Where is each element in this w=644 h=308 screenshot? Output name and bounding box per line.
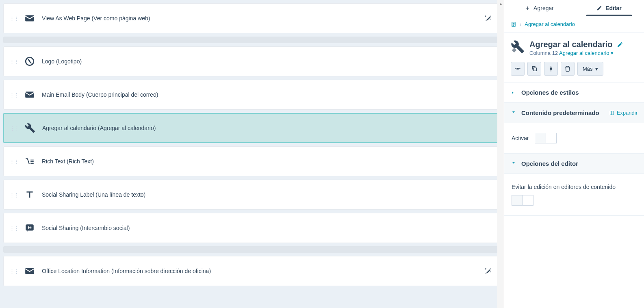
breadcrumb-current[interactable]: Agregar al calendario bbox=[525, 21, 575, 27]
envelope-icon bbox=[23, 12, 36, 25]
magic-wand-off-icon[interactable] bbox=[484, 267, 493, 275]
hash-bubble-icon bbox=[23, 221, 36, 234]
activate-label: Activar bbox=[512, 135, 529, 141]
logo-icon bbox=[23, 55, 36, 68]
section-default-content[interactable]: Contenido predeterminado Expandir bbox=[504, 103, 644, 123]
column-prefix: Columna 12 bbox=[529, 50, 558, 56]
tools-icon bbox=[24, 121, 37, 134]
section-divider bbox=[3, 37, 501, 43]
module-list: View As Web Page (Ver como página web)Lo… bbox=[0, 0, 504, 308]
tab-add-label: Agregar bbox=[533, 5, 554, 11]
module-label: Main Email Body (Cuerpo principal del co… bbox=[42, 91, 158, 98]
module-row[interactable]: Office Location Information (Información… bbox=[3, 256, 501, 286]
section-default-content-label: Contenido predeterminado bbox=[521, 109, 609, 116]
svg-rect-15 bbox=[610, 111, 614, 115]
module-label: Social Sharing (Intercambio social) bbox=[42, 225, 130, 231]
svg-rect-14 bbox=[551, 70, 551, 72]
expand-icon bbox=[609, 111, 614, 115]
module-row[interactable]: Social Sharing (Intercambio social) bbox=[3, 213, 501, 243]
more-button[interactable]: Más ▾ bbox=[577, 62, 603, 76]
svg-rect-13 bbox=[551, 66, 551, 67]
module-row[interactable]: View As Web Page (Ver como página web) bbox=[3, 3, 501, 33]
module-row[interactable]: Social Sharing Label (Una línea de texto… bbox=[3, 180, 501, 210]
scroll-up-arrow[interactable]: ▴ bbox=[497, 0, 504, 7]
tab-add[interactable]: Agregar bbox=[504, 0, 574, 16]
side-panel: Agregar Editar › Agregar al calendario A… bbox=[504, 0, 644, 308]
section-styles[interactable]: Opciones de estilos bbox=[504, 82, 644, 103]
svg-rect-9 bbox=[515, 68, 516, 69]
svg-line-1 bbox=[486, 15, 491, 21]
plus-icon bbox=[525, 5, 530, 11]
svg-rect-11 bbox=[533, 68, 536, 71]
section-editor-options[interactable]: Opciones del editor bbox=[504, 154, 644, 174]
drag-handle-icon[interactable] bbox=[9, 92, 18, 98]
prevent-edit-toggle[interactable] bbox=[512, 195, 533, 206]
svg-rect-4 bbox=[26, 224, 34, 230]
drag-handle-icon[interactable] bbox=[9, 192, 18, 198]
edit-title-icon[interactable] bbox=[617, 41, 623, 48]
prevent-edit-label: Evitar la edición en editores de conteni… bbox=[512, 184, 637, 190]
action-bar: Más ▾ bbox=[511, 62, 637, 76]
svg-rect-12 bbox=[550, 67, 552, 69]
delete-button[interactable] bbox=[561, 62, 575, 76]
envelope-icon bbox=[23, 265, 36, 278]
document-icon bbox=[511, 22, 516, 27]
richtext-icon bbox=[23, 155, 36, 168]
caret-down-icon: ▾ bbox=[595, 66, 598, 72]
section-editor-options-label: Opciones del editor bbox=[521, 160, 637, 167]
section-editor-options-body: Evitar la edición en editores de conteni… bbox=[504, 174, 644, 216]
section-default-content-body: Activar bbox=[504, 123, 644, 154]
chevron-down-icon bbox=[512, 161, 516, 167]
more-label: Más bbox=[583, 66, 593, 72]
envelope-icon bbox=[23, 88, 36, 101]
breadcrumb: › Agregar al calendario bbox=[504, 16, 644, 33]
section-styles-label: Opciones de estilos bbox=[521, 89, 637, 96]
header-link[interactable]: Agregar al calendario ▾ bbox=[559, 50, 614, 56]
scrollbar[interactable]: ▴ bbox=[497, 0, 504, 308]
align-vertical-button[interactable] bbox=[544, 62, 558, 76]
chevron-right-icon bbox=[511, 91, 516, 95]
tabs: Agregar Editar bbox=[504, 0, 644, 16]
module-row[interactable]: Agregar al calendario (Agregar al calend… bbox=[3, 113, 501, 143]
drag-handle-icon[interactable] bbox=[9, 158, 18, 165]
module-label: View As Web Page (Ver como página web) bbox=[42, 15, 150, 22]
breadcrumb-separator: › bbox=[520, 21, 521, 27]
activate-toggle[interactable] bbox=[535, 133, 557, 143]
module-type-icon bbox=[511, 40, 525, 54]
text-t-icon bbox=[23, 188, 36, 201]
module-label: Office Location Information (Información… bbox=[42, 268, 211, 274]
svg-rect-8 bbox=[516, 68, 518, 69]
module-row[interactable]: Logo (Logotipo) bbox=[3, 46, 501, 76]
expand-link[interactable]: Expandir bbox=[609, 110, 637, 116]
module-label: Agregar al calendario (Agregar al calend… bbox=[42, 125, 156, 131]
drag-handle-icon[interactable] bbox=[9, 59, 18, 65]
svg-rect-10 bbox=[519, 68, 520, 69]
drag-handle-icon[interactable] bbox=[9, 15, 18, 22]
panel-title: Agregar al calendario bbox=[529, 40, 613, 49]
header-title-row: Agregar al calendario bbox=[529, 40, 637, 49]
magic-wand-off-icon[interactable] bbox=[484, 14, 493, 23]
section-divider bbox=[3, 246, 501, 253]
align-horizontal-button[interactable] bbox=[511, 62, 525, 76]
copy-button[interactable] bbox=[527, 62, 541, 76]
drag-handle-icon[interactable] bbox=[9, 225, 18, 231]
drag-handle-icon[interactable] bbox=[10, 125, 19, 131]
header-block: Agregar al calendario Columna 12 Agregar… bbox=[504, 33, 644, 82]
svg-line-6 bbox=[486, 268, 491, 274]
module-label: Logo (Logotipo) bbox=[42, 58, 82, 65]
chevron-down-icon bbox=[512, 110, 516, 116]
pencil-icon bbox=[596, 5, 602, 11]
drag-handle-icon[interactable] bbox=[9, 268, 18, 274]
header-subtitle: Columna 12 Agregar al calendario ▾ bbox=[529, 50, 637, 56]
tab-edit[interactable]: Editar bbox=[574, 0, 644, 16]
module-label: Social Sharing Label (Una línea de texto… bbox=[42, 191, 145, 198]
module-row[interactable]: Rich Text (Rich Text) bbox=[3, 146, 501, 176]
tab-edit-label: Editar bbox=[605, 5, 622, 11]
module-label: Rich Text (Rich Text) bbox=[42, 158, 94, 165]
module-row[interactable]: Main Email Body (Cuerpo principal del co… bbox=[3, 80, 501, 110]
